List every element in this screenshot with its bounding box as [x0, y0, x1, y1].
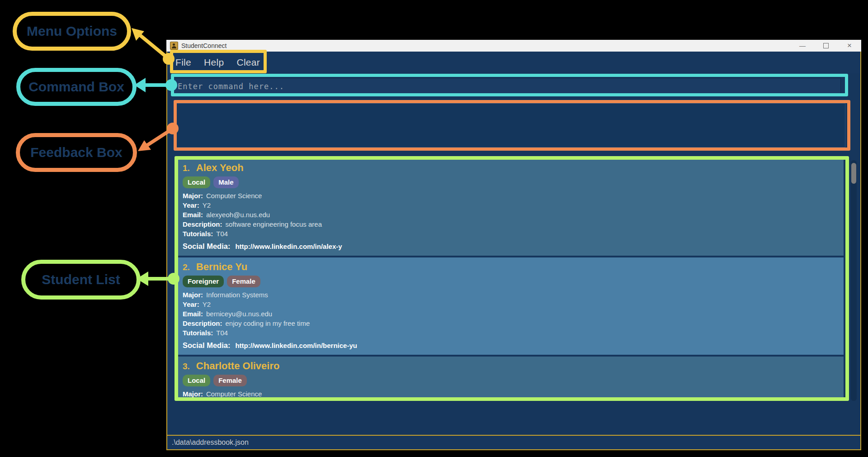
window-controls: — × [791, 40, 861, 52]
menu-arrowhead [132, 28, 144, 41]
window-title-bar[interactable]: StudentConnect — × [166, 40, 861, 52]
minimize-button[interactable]: — [791, 40, 814, 52]
callout-feedback-box: Feedback Box [16, 133, 137, 172]
highlight-command-box [171, 74, 848, 96]
highlight-feedback-box [174, 100, 850, 151]
callout-student-list-label: Student List [42, 272, 120, 287]
callout-feedback-box-label: Feedback Box [30, 145, 122, 160]
minimize-icon: — [799, 43, 806, 48]
close-button[interactable]: × [838, 40, 861, 52]
callout-menu-options-label: Menu Options [27, 24, 117, 39]
maximize-icon [823, 43, 829, 48]
menu-bar: File Help Clear [167, 52, 860, 73]
highlight-student-list [175, 156, 849, 401]
window-title: StudentConnect [181, 42, 226, 49]
callout-command-box-label: Command Box [28, 79, 124, 95]
callout-command-box: Command Box [16, 68, 137, 106]
scrollbar-thumb[interactable] [851, 163, 856, 184]
annotated-screenshot: StudentConnect — × File Help Clear 1. [0, 0, 868, 457]
scrollbar-track[interactable] [851, 160, 857, 401]
maximize-button[interactable] [814, 40, 838, 52]
save-file-path: .\data\addressbook.json [172, 438, 249, 447]
status-bar: .\data\addressbook.json [167, 435, 860, 449]
app-logo-icon [170, 42, 178, 50]
highlight-menu-options [170, 50, 267, 73]
close-icon: × [847, 41, 852, 50]
menu-arrow-line [140, 35, 168, 58]
callout-student-list: Student List [21, 260, 141, 300]
feedback-arrowhead [138, 140, 151, 151]
callout-menu-options: Menu Options [13, 12, 131, 51]
